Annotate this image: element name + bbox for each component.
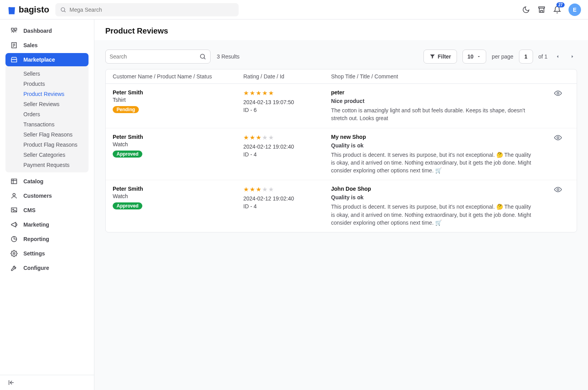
- svg-point-14: [12, 209, 14, 210]
- prev-page-button[interactable]: [553, 52, 562, 61]
- star-icon: ★: [262, 186, 267, 193]
- table-row: Peter SmithWatchApproved★★★★★2024-02-12 …: [106, 180, 577, 232]
- table-row: Peter SmithWatchApproved★★★★★2024-02-12 …: [106, 128, 577, 181]
- sidebar-item-catalog[interactable]: Catalog: [5, 175, 89, 188]
- store-icon[interactable]: [537, 5, 546, 14]
- page-title: Product Reviews: [105, 27, 577, 35]
- star-icon: ★: [268, 186, 274, 193]
- svg-point-0: [61, 7, 65, 11]
- star-icon: ★: [256, 134, 261, 141]
- customer-name: Peter Smith: [113, 186, 243, 192]
- svg-point-23: [557, 189, 559, 191]
- sidebar-item-configure[interactable]: Configure: [5, 261, 89, 275]
- bell-icon[interactable]: 27: [553, 5, 561, 14]
- sidebar-subitem-product-flag-reasons[interactable]: Product Flag Reasons: [5, 140, 89, 150]
- star-icon: ★: [250, 134, 255, 141]
- review-comment: The cotton is amazingly light and soft b…: [331, 106, 535, 122]
- svg-line-20: [204, 58, 205, 59]
- review-id: ID - 6: [243, 107, 331, 113]
- avatar[interactable]: E: [569, 4, 581, 16]
- avatar-initial: E: [573, 7, 576, 13]
- sidebar-item-marketplace[interactable]: Marketplace: [5, 53, 89, 66]
- review-title: Nice product: [331, 98, 535, 104]
- review-title: Quality is ok: [331, 194, 535, 200]
- review-id: ID - 4: [243, 151, 331, 158]
- dark-mode-icon[interactable]: [522, 5, 530, 14]
- table-row: Peter SmithTshirtPending★★★★★2024-02-13 …: [106, 84, 577, 128]
- sidebar-item-customers[interactable]: Customers: [5, 189, 89, 202]
- sidebar-subitem-products[interactable]: Products: [5, 79, 89, 89]
- star-icon: ★: [256, 186, 261, 193]
- shop-title: John Doe Shop: [331, 186, 535, 192]
- column-rating[interactable]: Rating / Date / Id: [243, 73, 331, 80]
- brand-logo[interactable]: bagisto: [7, 5, 49, 15]
- star-icon: ★: [243, 134, 249, 141]
- star-icon: ★: [250, 89, 255, 97]
- collapse-sidebar-button[interactable]: [0, 375, 94, 390]
- bag-icon: [7, 5, 16, 14]
- sidebar-item-reporting[interactable]: Reporting: [5, 232, 89, 246]
- star-icon: ★: [262, 134, 267, 141]
- view-icon[interactable]: [554, 134, 570, 142]
- product-name: Watch: [113, 193, 243, 199]
- customers-icon: [10, 192, 18, 200]
- sidebar-item-sales[interactable]: Sales: [5, 39, 89, 52]
- shop-title: My new Shop: [331, 134, 535, 140]
- table-search-input[interactable]: [110, 53, 199, 60]
- sidebar-subitem-seller-flag-reasons[interactable]: Seller Flag Reasons: [5, 129, 89, 140]
- table-search[interactable]: [105, 50, 211, 64]
- review-date: 2024-02-12 19:02:40: [243, 144, 331, 150]
- column-shop[interactable]: Shop Title / Title / Comment: [331, 73, 554, 80]
- sidebar-subitem-product-reviews[interactable]: Product Reviews: [5, 89, 89, 99]
- top-header: bagisto 27 E: [0, 0, 588, 20]
- catalog-icon: [10, 177, 18, 185]
- sidebar-subitem-seller-categories[interactable]: Seller Categories: [5, 150, 89, 160]
- brand-name: bagisto: [19, 5, 49, 15]
- sidebar-item-cms[interactable]: CMS: [5, 204, 89, 217]
- product-name: Tshirt: [113, 97, 243, 103]
- per-page-label: per page: [492, 53, 513, 60]
- sidebar-item-label: Catalog: [23, 178, 43, 184]
- view-icon[interactable]: [554, 89, 570, 97]
- sidebar: DashboardSalesMarketplaceSellersProducts…: [0, 20, 94, 390]
- dashboard-icon: [10, 27, 18, 35]
- page-number-input[interactable]: 1: [519, 50, 533, 64]
- sidebar-item-marketing[interactable]: Marketing: [5, 218, 89, 231]
- sidebar-item-label: Configure: [23, 265, 49, 271]
- sidebar-item-label: Marketing: [23, 222, 49, 228]
- review-comment: This product is decent. It serves its pu…: [331, 203, 535, 227]
- svg-rect-9: [11, 179, 17, 184]
- page-of-label: of 1: [538, 53, 547, 60]
- sidebar-item-settings[interactable]: Settings: [5, 247, 89, 260]
- mega-search[interactable]: [55, 3, 239, 16]
- review-id: ID - 4: [243, 203, 331, 209]
- sidebar-subitem-transactions[interactable]: Transactions: [5, 119, 89, 129]
- status-badge: Pending: [113, 106, 139, 113]
- sidebar-subitem-sellers[interactable]: Sellers: [5, 69, 89, 79]
- sidebar-subitem-seller-reviews[interactable]: Seller Reviews: [5, 99, 89, 109]
- mega-search-input[interactable]: [69, 7, 234, 13]
- table-header: Customer Name / Product Name / Status Ra…: [106, 69, 577, 84]
- reviews-table: Customer Name / Product Name / Status Ra…: [105, 69, 577, 232]
- star-icon: ★: [268, 134, 274, 141]
- marketing-icon: [10, 221, 18, 229]
- sidebar-item-label: Marketplace: [23, 57, 55, 63]
- chevron-down-icon: [476, 54, 481, 59]
- rating-stars: ★★★★★: [243, 89, 331, 97]
- view-icon[interactable]: [554, 186, 570, 193]
- svg-line-1: [64, 11, 66, 12]
- sidebar-submenu: SellersProductsProduct ReviewsSeller Rev…: [5, 66, 89, 172]
- reporting-icon: [10, 235, 18, 243]
- filter-button[interactable]: Filter: [423, 50, 457, 64]
- sidebar-item-label: Customers: [23, 193, 52, 199]
- next-page-button[interactable]: [568, 52, 577, 61]
- sidebar-subitem-payment-requests[interactable]: Payment Requests: [5, 160, 89, 170]
- column-customer[interactable]: Customer Name / Product Name / Status: [113, 73, 243, 80]
- sidebar-item-dashboard[interactable]: Dashboard: [5, 24, 89, 37]
- sidebar-subitem-orders[interactable]: Orders: [5, 109, 89, 119]
- rating-stars: ★★★★★: [243, 186, 331, 193]
- per-page-select[interactable]: 10: [462, 50, 487, 64]
- filter-icon: [429, 53, 436, 60]
- sidebar-item-label: Dashboard: [23, 28, 52, 34]
- svg-point-19: [200, 54, 205, 58]
